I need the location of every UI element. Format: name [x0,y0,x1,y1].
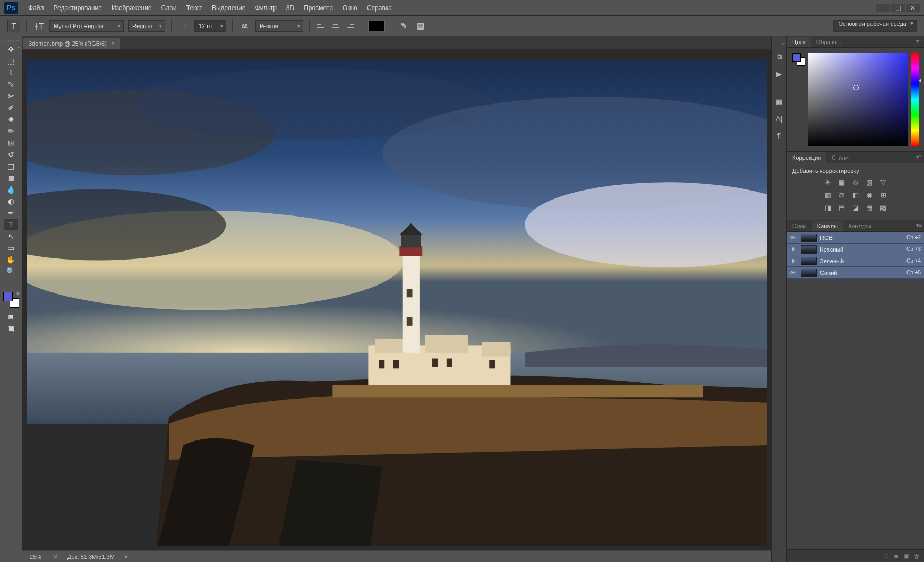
color-swatches[interactable]: ⤭ [3,292,19,308]
color-balance-adjustment-icon[interactable]: ⚖ [837,190,846,200]
menu-select[interactable]: Выделение [207,0,251,16]
lasso-tool[interactable]: ⌇ [4,67,18,79]
menu-window[interactable]: Окно [338,0,362,16]
menu-3d[interactable]: 3D [281,0,299,16]
exposure-adjustment-icon[interactable]: ▨ [865,177,874,187]
styles-tab[interactable]: Стили [826,152,854,163]
zoom-level[interactable]: 25% [30,554,41,560]
blur-tool[interactable]: 💧 [4,184,18,195]
close-tab-icon[interactable]: × [111,40,115,47]
text-color-swatch[interactable] [368,21,385,31]
foreground-color[interactable] [3,292,13,301]
expand-status-icon[interactable]: ⇲ [52,553,57,560]
menu-image[interactable]: Изображение [107,0,157,16]
brightness-adjustment-icon[interactable]: ☀ [823,177,833,187]
channel-row-green[interactable]: 👁 Зеленый Ctrl+4 [787,255,924,267]
quick-select-tool[interactable]: ✎ [4,79,18,90]
minimize-button[interactable]: ─ [876,4,890,12]
align-center-icon[interactable] [330,21,341,31]
adjustments-menu-icon[interactable]: ▾≡ [916,154,922,160]
delete-channel-icon[interactable]: 🗑 [914,553,920,559]
align-right-icon[interactable] [345,21,356,31]
threshold-adjustment-icon[interactable]: ◪ [851,203,860,212]
font-style-dropdown[interactable]: Regular [128,20,165,32]
text-tool-icon[interactable]: T [7,20,20,32]
channel-row-rgb[interactable]: 👁 RGB Ctrl+2 [787,232,924,244]
color-field-cursor[interactable] [853,85,859,90]
visibility-icon[interactable]: 👁 [790,270,798,276]
save-selection-icon[interactable]: ◙ [894,553,898,559]
expand-dock-icon[interactable]: « [782,41,785,47]
eraser-tool[interactable]: ◫ [4,160,18,172]
screen-mode-icon[interactable]: ▣ [4,323,18,334]
healing-brush-tool[interactable]: ✹ [4,114,18,125]
posterize-adjustment-icon[interactable]: ▤ [837,203,846,212]
warp-text-icon[interactable]: ✎ [397,20,410,32]
history-panel-icon[interactable]: ⧉ [773,51,785,63]
info-menu-icon[interactable]: ▸ [125,553,129,560]
toolbar-grip[interactable] [3,38,19,41]
rectangle-tool[interactable]: ▭ [4,242,18,254]
eyedropper-tool[interactable]: ✐ [4,102,18,114]
close-button[interactable]: ✕ [906,4,920,12]
menu-help[interactable]: Справка [362,0,397,16]
pen-tool[interactable]: ✒ [4,207,18,219]
new-channel-icon[interactable]: ▣ [903,552,909,559]
hue-adjustment-icon[interactable]: ▥ [823,190,833,200]
swatches-tab[interactable]: Образцы [811,37,846,47]
menu-filter[interactable]: Фильтр [251,0,281,16]
visibility-icon[interactable]: 👁 [790,235,798,241]
color-panel-menu-icon[interactable]: ▾≡ [916,38,922,44]
bw-adjustment-icon[interactable]: ◧ [851,190,860,200]
crop-tool[interactable]: ✂ [4,90,18,102]
canvas[interactable] [22,49,771,550]
visibility-icon[interactable]: 👁 [790,258,798,264]
quick-mask-icon[interactable]: ◙ [4,311,18,323]
clone-stamp-tool[interactable]: ⊞ [4,137,18,149]
antialias-dropdown[interactable]: Резкое [255,20,303,32]
channel-mixer-adjustment-icon[interactable]: ⊞ [878,190,888,200]
vibrance-adjustment-icon[interactable]: ▽ [878,177,888,187]
dodge-tool[interactable]: ◐ [4,195,18,207]
edit-toolbar[interactable]: ⋯ [4,277,18,289]
channel-row-red[interactable]: 👁 Красный Ctrl+3 [787,244,924,255]
selective-color-adjustment-icon[interactable]: ▩ [878,203,888,212]
invert-adjustment-icon[interactable]: ◨ [823,203,833,212]
path-select-tool[interactable]: ↖ [4,230,18,242]
brush-tool[interactable]: ✏ [4,125,18,137]
font-size-dropdown[interactable]: 12 пт [194,20,226,32]
layers-tab[interactable]: Слои [787,221,812,231]
panel-foreground-swatch[interactable] [792,53,801,62]
text-orientation-icon[interactable]: ⟊T [32,20,45,32]
menu-view[interactable]: Просмотр [299,0,338,16]
gradient-tool[interactable]: ▦ [4,172,18,184]
workspace-selector[interactable]: Основная рабочая среда [833,20,917,32]
character-panel-icon[interactable]: A| [773,113,785,124]
type-tool[interactable]: T [4,219,18,230]
menu-text[interactable]: Текст [182,0,207,16]
channels-tab[interactable]: Каналы [812,221,843,231]
hue-slider-cursor[interactable] [919,79,921,83]
color-field[interactable] [808,53,908,146]
menu-layers[interactable]: Слои [157,0,182,16]
photo-filter-adjustment-icon[interactable]: ◉ [865,190,874,200]
maximize-button[interactable]: ▢ [891,4,905,12]
align-left-icon[interactable] [315,21,326,31]
actions-panel-icon[interactable]: ▶ [773,68,785,80]
menu-file[interactable]: Файл [23,0,49,16]
move-tool[interactable]: ✥ [4,44,18,55]
history-brush-tool[interactable]: ↺ [4,149,18,160]
visibility-icon[interactable]: 👁 [790,246,798,253]
font-family-dropdown[interactable]: Myriad Pro Regular [49,20,124,32]
gradient-map-adjustment-icon[interactable]: ▦ [865,203,874,212]
channels-menu-icon[interactable]: ▾≡ [916,222,922,228]
color-tab[interactable]: Цвет [787,37,811,47]
paths-tab[interactable]: Контуры [843,221,877,231]
corrections-tab[interactable]: Коррекция [787,152,826,163]
hue-slider[interactable] [911,53,919,146]
channel-row-blue[interactable]: 👁 Синий Ctrl+5 [787,267,924,279]
curves-adjustment-icon[interactable]: ⎋ [851,177,860,187]
paragraph-panel-icon[interactable]: ¶ [773,129,785,141]
load-selection-icon[interactable]: ◌ [884,552,889,559]
panel-color-swatches[interactable] [792,53,805,146]
